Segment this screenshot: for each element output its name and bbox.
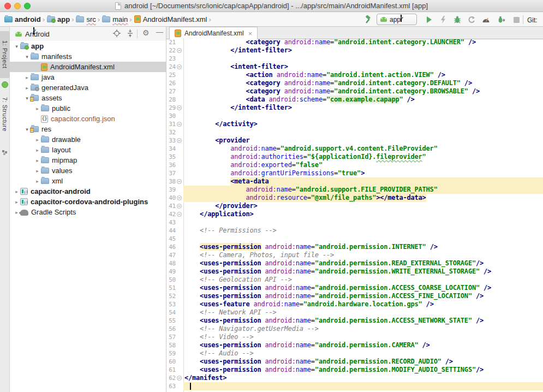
attach-debugger-button[interactable] <box>496 14 506 25</box>
code-line-32[interactable]: 32 <box>166 128 543 136</box>
project-view-select[interactable]: Android <box>25 30 50 38</box>
code-line-52[interactable]: 52 <uses-permission android:name="androi… <box>166 292 543 300</box>
tree-item-assets[interactable]: ▾assets <box>10 93 166 103</box>
code-line-46[interactable]: 46 <uses-permission android:name="androi… <box>166 243 543 251</box>
code-line-38[interactable]: 38− <meta-data <box>166 177 543 186</box>
code-line-27[interactable]: 27 <category android:name="android.inten… <box>166 87 543 96</box>
code-line-31[interactable]: 31− </activity> <box>166 120 543 128</box>
fold-icon[interactable]: − <box>177 195 182 200</box>
code-line-60[interactable]: 60 <uses-permission android:name="androi… <box>166 358 543 366</box>
tree-item-generatedjava[interactable]: ▸generatedJava <box>10 82 166 93</box>
code-line-23[interactable]: 23 <box>166 55 543 63</box>
code-line-54[interactable]: 54 <!-- Network API --> <box>166 308 543 317</box>
make-project-button[interactable] <box>362 14 373 25</box>
apply-changes-button[interactable] <box>438 14 449 25</box>
code-line-62[interactable]: 62−</manifest> <box>166 374 543 382</box>
code-line-22[interactable]: 22− </intent-filter> <box>166 46 543 55</box>
code-line-58[interactable]: 58 <uses-permission android:name="androi… <box>166 341 543 349</box>
profiler-button[interactable] <box>480 14 491 25</box>
tool-window-structure-tab[interactable]: 7: Structure <box>0 97 10 132</box>
chevron-collapsed-icon[interactable]: ▸ <box>23 85 31 91</box>
code-line-53[interactable]: 53 <uses-feature android:name="android.h… <box>166 300 543 308</box>
fold-icon[interactable]: − <box>177 105 182 110</box>
tree-item-java[interactable]: ▸java <box>10 72 166 82</box>
code-line-26[interactable]: 26 <category android:name="android.inten… <box>166 79 543 87</box>
code-line-45[interactable]: 45 <box>166 235 543 243</box>
tree-item-mipmap[interactable]: ▸mipmap <box>10 155 166 165</box>
tree-item-public[interactable]: ▸public <box>10 103 166 114</box>
stop-button[interactable] <box>511 14 522 25</box>
code-area[interactable]: 21 <category android:name="android.inten… <box>166 38 543 390</box>
code-line-40[interactable]: 40− android:resource="@xml/file_paths"><… <box>166 194 543 202</box>
code-line-43[interactable]: 43 <box>166 218 543 227</box>
breadcrumb-item-android[interactable]: android <box>4 15 41 23</box>
chevron-collapsed-icon[interactable]: ▸ <box>34 168 41 174</box>
code-line-42[interactable]: 42− </application> <box>166 210 543 218</box>
code-line-41[interactable]: 41− </provider> <box>166 202 543 210</box>
chevron-collapsed-icon[interactable]: ▸ <box>13 189 20 194</box>
breadcrumb-item-src[interactable]: src <box>76 15 96 23</box>
zoom-window-button[interactable] <box>24 3 31 9</box>
code-line-28[interactable]: 28 <data android:scheme="com.example.cap… <box>166 96 543 104</box>
chevron-collapsed-icon[interactable]: ▸ <box>34 137 41 142</box>
tool-window-build-variants-tab[interactable] <box>2 150 7 155</box>
locate-file-button[interactable] <box>113 29 121 37</box>
code-line-51[interactable]: 51 <uses-permission android:name="androi… <box>166 284 543 292</box>
fold-icon[interactable]: − <box>177 376 182 381</box>
tree-item-layout[interactable]: ▸layout <box>10 145 166 155</box>
code-line-47[interactable]: 47 <!-- Camera, Photos, input file --> <box>166 251 543 259</box>
editor-area[interactable]: AndroidManifest.xml × 21 <category andro… <box>166 27 543 392</box>
fold-icon[interactable]: − <box>177 64 182 69</box>
code-line-24[interactable]: 24− <intent-filter> <box>166 63 543 71</box>
code-line-36[interactable]: 36 android:exported="false" <box>166 161 543 169</box>
breadcrumb-item-app[interactable]: app <box>47 15 70 23</box>
code-line-29[interactable]: 29− </intent-filter> <box>166 104 543 112</box>
run-button[interactable] <box>423 14 434 25</box>
close-window-button[interactable] <box>4 3 11 9</box>
editor-tab-androidmanifest[interactable]: AndroidManifest.xml × <box>169 27 258 39</box>
code-line-50[interactable]: 50 <!-- Geolocation API --> <box>166 276 543 284</box>
code-line-48[interactable]: 48 <uses-permission android:name="androi… <box>166 259 543 268</box>
tree-item-values[interactable]: ▸values <box>10 165 166 176</box>
settings-button[interactable]: ⚙ <box>142 28 150 37</box>
minimize-window-button[interactable] <box>14 3 21 9</box>
code-line-25[interactable]: 25 <action android:name="android.intent.… <box>166 71 543 79</box>
fold-icon[interactable]: − <box>177 138 182 143</box>
code-line-55[interactable]: 55 <uses-permission android:name="androi… <box>166 317 543 325</box>
debug-button[interactable] <box>452 14 463 25</box>
tool-window-project-tab[interactable]: 1: Project <box>0 31 10 78</box>
tree-item-capacitor-cordova-android-plugins[interactable]: ▸capacitor-cordova-android-plugins <box>10 197 166 207</box>
fold-icon[interactable]: − <box>177 122 182 127</box>
code-line-39[interactable]: 39 android:name="android.support.FILE_PR… <box>166 186 543 194</box>
chevron-expanded-icon[interactable]: ▾ <box>23 54 31 60</box>
fold-icon[interactable]: − <box>177 179 182 184</box>
code-line-33[interactable]: 33− <provider <box>166 136 543 145</box>
chevron-collapsed-icon[interactable]: ▸ <box>34 179 41 184</box>
hide-panel-button[interactable]: — <box>156 28 163 36</box>
collapse-all-button[interactable] <box>127 29 134 37</box>
tree-item-res[interactable]: ▾res <box>10 124 166 134</box>
tree-item-drawable[interactable]: ▸drawable <box>10 134 166 145</box>
breadcrumb-item-main[interactable]: main <box>102 15 128 23</box>
tree-item-androidmanifest-xml[interactable]: AndroidManifest.xml <box>10 62 166 72</box>
code-line-56[interactable]: 56 <!-- Navigator.getUserMedia --> <box>166 325 543 333</box>
code-line-61[interactable]: 61 <uses-permission android:name="androi… <box>166 366 543 374</box>
run-configuration-select[interactable]: app ▾ <box>377 14 417 25</box>
fold-icon[interactable]: − <box>177 212 182 217</box>
code-line-34[interactable]: 34 android:name="android.support.v4.cont… <box>166 145 543 153</box>
code-line-44[interactable]: 44 <!-- Permissions --> <box>166 227 543 235</box>
tool-window-android-tab[interactable] <box>2 81 8 88</box>
chevron-expanded-icon[interactable]: ▾ <box>13 44 20 49</box>
fold-icon[interactable]: − <box>177 204 182 209</box>
chevron-collapsed-icon[interactable]: ▸ <box>34 158 41 163</box>
tree-item-capacitor-config-json[interactable]: capacitor.config.json <box>10 114 166 124</box>
close-icon[interactable]: × <box>248 29 253 38</box>
tree-item-xml[interactable]: ▸xml <box>10 176 166 186</box>
breadcrumb-item-androidmanifest.xml[interactable]: AndroidManifest.xml <box>134 15 207 23</box>
code-line-57[interactable]: 57 <!-- Video --> <box>166 333 543 341</box>
code-line-63[interactable]: 63 <box>166 382 543 390</box>
chevron-collapsed-icon[interactable]: ▸ <box>13 199 20 205</box>
code-line-37[interactable]: 37 android:grantUriPermissions="true"> <box>166 169 543 177</box>
chevron-collapsed-icon[interactable]: ▸ <box>34 147 41 153</box>
code-line-35[interactable]: 35 android:authorities="${applicationId}… <box>166 153 543 161</box>
